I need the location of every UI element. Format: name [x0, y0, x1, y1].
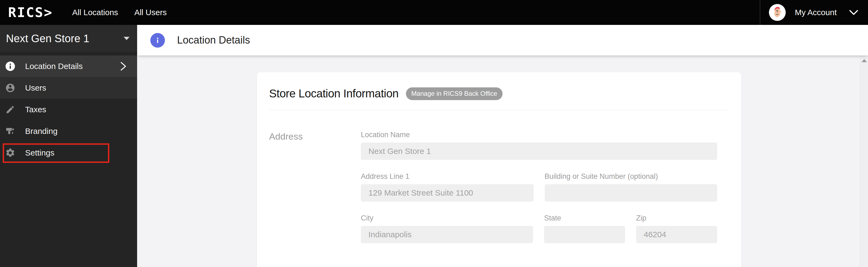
sidebar-item-users[interactable]: Users — [0, 77, 137, 99]
info-icon — [150, 33, 165, 48]
sidebar-item-label: Branding — [25, 127, 58, 136]
rics-logo[interactable]: RICS> — [8, 5, 53, 20]
my-account-label: My Account — [795, 8, 837, 17]
info-icon — [5, 61, 16, 72]
card-header: Store Location Information Manage in RIC… — [269, 87, 729, 100]
city-field-group: City — [361, 214, 533, 243]
nav-all-locations[interactable]: All Locations — [72, 8, 118, 17]
sidebar-item-branding[interactable]: Branding — [0, 121, 137, 142]
caret-down-icon — [124, 37, 129, 40]
card-divider — [269, 110, 729, 110]
gear-icon — [5, 148, 16, 158]
sidebar-item-label: Settings — [25, 148, 54, 157]
address-line-1-input[interactable] — [361, 184, 534, 202]
account-area: My Account — [760, 0, 868, 25]
app-body: Next Gen Store 1 Location Details — [0, 25, 868, 267]
sidebar-item-label: Taxes — [25, 105, 46, 114]
location-name-field-group: Location Name — [361, 131, 717, 160]
chevron-right-icon — [120, 61, 127, 72]
manage-badge: Manage in RICS9 Back Office — [406, 87, 502, 100]
topbar-nav: All Locations All Users — [72, 8, 167, 17]
sidebar-item-settings[interactable]: Settings — [0, 142, 137, 164]
address-fields: Location Name Address Line 1 Building or… — [361, 131, 717, 256]
topbar: RICS> All Locations All Users My Account — [0, 0, 868, 25]
user-icon — [5, 82, 16, 93]
state-field-group: State — [544, 214, 625, 243]
card-title: Store Location Information — [269, 87, 399, 100]
zip-field-group: Zip — [636, 214, 717, 243]
suite-label: Building or Suite Number (optional) — [545, 172, 717, 181]
vertical-scrollbar[interactable] — [860, 55, 868, 267]
address-group-label: Address — [269, 131, 361, 256]
content-area: Store Location Information Manage in RIC… — [137, 55, 868, 267]
address-form: Address Location Name Address Line 1 — [269, 131, 729, 256]
scroll-up-arrow-icon[interactable] — [862, 59, 867, 62]
paint-roller-icon — [5, 126, 16, 137]
store-selector[interactable]: Next Gen Store 1 — [0, 25, 137, 52]
main-area: Location Details Store Location Informat… — [137, 25, 868, 267]
suite-input[interactable] — [545, 184, 717, 202]
location-name-input[interactable] — [361, 142, 717, 160]
sidebar-item-label: Users — [25, 83, 46, 92]
nav-all-users[interactable]: All Users — [134, 8, 167, 17]
zip-label: Zip — [636, 214, 717, 222]
address-line-1-field-group: Address Line 1 — [361, 172, 534, 202]
zip-input[interactable] — [636, 226, 717, 243]
chevron-down-icon — [849, 9, 858, 16]
page-header: Location Details — [137, 25, 868, 55]
city-label: City — [361, 214, 533, 222]
sidebar-item-label: Location Details — [25, 62, 83, 71]
address-line-1-label: Address Line 1 — [361, 172, 534, 181]
state-label: State — [544, 214, 625, 222]
my-account-button[interactable]: My Account — [760, 0, 868, 25]
location-name-label: Location Name — [361, 131, 717, 139]
page-title: Location Details — [177, 34, 250, 46]
store-name: Next Gen Store 1 — [6, 32, 89, 45]
sidebar: Next Gen Store 1 Location Details — [0, 25, 137, 267]
city-input[interactable] — [361, 226, 533, 243]
sidebar-item-location-details[interactable]: Location Details — [0, 55, 137, 77]
sidebar-menu: Location Details Users — [0, 55, 137, 164]
pen-icon — [5, 104, 16, 115]
suite-field-group: Building or Suite Number (optional) — [545, 172, 717, 202]
avatar — [769, 4, 786, 21]
state-input[interactable] — [544, 226, 625, 243]
store-location-card: Store Location Information Manage in RIC… — [257, 72, 741, 267]
sidebar-item-taxes[interactable]: Taxes — [0, 99, 137, 121]
